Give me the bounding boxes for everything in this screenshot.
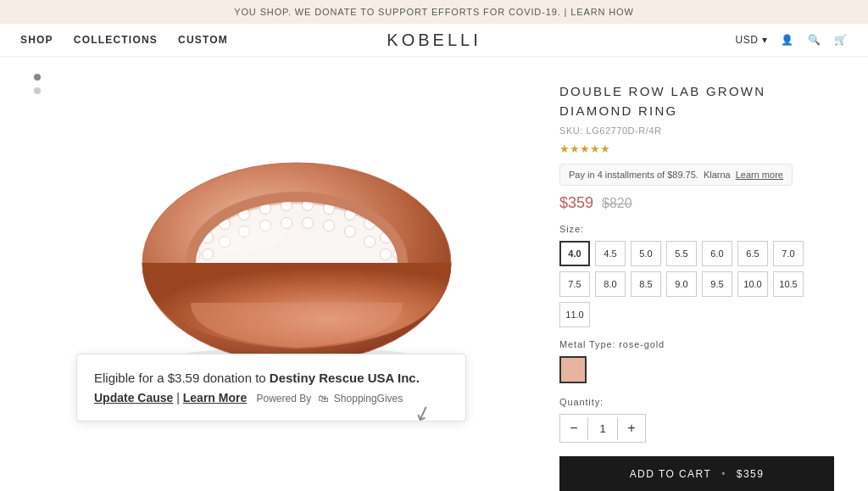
size-button-7-5[interactable]: 7.5 [559, 271, 590, 297]
quantity-increase-button[interactable]: + [618, 415, 645, 442]
price-row: $359 $820 [559, 194, 834, 212]
product-info: DOUBLE ROW LAB GROWN DIAMOND RING SKU: L… [559, 74, 834, 491]
promo-banner: YOU SHOP. WE DONATE TO SUPPORT EFFORTS F… [0, 0, 868, 24]
size-button-9-5[interactable]: 9.5 [702, 271, 732, 297]
price-current: $359 [559, 194, 593, 212]
donation-popup: Eligible for a $3.59 donation to Destiny… [76, 354, 466, 421]
product-sku: SKU: LG62770D-R/4R [559, 126, 834, 136]
learn-more-link[interactable]: Learn More [183, 391, 247, 405]
nav-left: SHOP COLLECTIONS CUSTOM [20, 34, 228, 46]
svg-point-22 [303, 218, 314, 229]
klarna-brand: Klarna [704, 170, 731, 180]
size-button-8-5[interactable]: 8.5 [631, 271, 661, 297]
thumbnail-dot-2[interactable] [34, 87, 41, 94]
account-icon[interactable]: 👤 [781, 34, 794, 46]
size-button-11-0[interactable]: 11.0 [559, 302, 590, 327]
size-grid: 4.04.55.05.56.06.57.07.58.08.59.09.510.0… [559, 241, 834, 327]
size-button-10-0[interactable]: 10.0 [737, 271, 768, 297]
star-rating: ★★★★★ [559, 142, 834, 155]
quantity-value: 1 [587, 417, 618, 440]
donation-prefix: Eligible for a $3.59 donation to [94, 371, 270, 385]
product-title: DOUBLE ROW LAB GROWN DIAMOND RING [559, 82, 834, 120]
quantity-control: − 1 + [559, 414, 646, 443]
svg-point-25 [364, 237, 376, 248]
cart-icon[interactable]: 🛒 [834, 34, 848, 46]
svg-point-26 [381, 249, 392, 260]
size-button-4-0[interactable]: 4.0 [559, 241, 590, 266]
size-button-5-0[interactable]: 5.0 [631, 241, 661, 266]
size-button-5-5[interactable]: 5.5 [666, 241, 697, 266]
add-to-cart-button[interactable]: ADD TO CART • $359 [559, 456, 834, 491]
nav-right: USD ▾ 👤 🔍 🛒 [735, 34, 848, 46]
nav-collections[interactable]: COLLECTIONS [74, 34, 158, 46]
update-cause-link[interactable]: Update Cause [94, 391, 173, 405]
search-icon[interactable]: 🔍 [808, 34, 821, 46]
svg-point-23 [324, 220, 335, 232]
product-gallery: Eligible for a $3.59 donation to Destiny… [34, 74, 526, 491]
metal-swatch-rose-gold[interactable] [559, 356, 587, 383]
thumbnail-column [34, 74, 41, 94]
size-button-4-5[interactable]: 4.5 [595, 241, 626, 266]
nav-custom[interactable]: CUSTOM [178, 34, 228, 46]
currency-selector[interactable]: USD ▾ [735, 34, 767, 46]
quantity-label: Quantity: [559, 397, 834, 407]
nav-shop[interactable]: SHOP [20, 34, 53, 46]
svg-point-24 [345, 226, 356, 237]
size-label: Size: [559, 224, 834, 234]
size-button-6-0[interactable]: 6.0 [702, 241, 732, 266]
navigation: SHOP COLLECTIONS CUSTOM KOBELLI USD ▾ 👤 … [0, 24, 868, 57]
size-button-7-0[interactable]: 7.0 [773, 241, 804, 266]
size-button-8-0[interactable]: 8.0 [595, 271, 626, 297]
size-button-9-0[interactable]: 9.0 [666, 271, 697, 297]
donation-org: Destiny Rescue USA Inc. [270, 371, 420, 385]
klarna-box: Pay in 4 installments of $89.75. Klarna … [559, 164, 793, 186]
product-image-area: Eligible for a $3.59 donation to Destiny… [51, 74, 542, 438]
powered-by-text: Powered By 🛍 ShoppingGives [250, 391, 403, 407]
size-button-6-5[interactable]: 6.5 [737, 241, 768, 266]
price-original: $820 [602, 196, 632, 211]
size-button-10-5[interactable]: 10.5 [773, 271, 804, 297]
main-content: Eligible for a $3.59 donation to Destiny… [0, 57, 868, 491]
thumbnail-dot-1[interactable] [34, 74, 41, 81]
metal-label: Metal Type: rose-gold [559, 339, 834, 349]
add-to-cart-label: ADD TO CART [630, 468, 712, 480]
add-to-cart-price: $359 [737, 468, 764, 480]
quantity-decrease-button[interactable]: − [560, 415, 587, 442]
donation-links: Update Cause | Learn More Powered By 🛍 S… [94, 388, 448, 407]
klarna-learn-more[interactable]: Learn more [736, 170, 783, 180]
brand-logo[interactable]: KOBELLI [387, 31, 481, 50]
banner-text: YOU SHOP. WE DONATE TO SUPPORT EFFORTS F… [234, 7, 634, 17]
donation-title: Eligible for a $3.59 donation to Destiny… [94, 368, 448, 388]
svg-point-17 [203, 249, 214, 260]
metal-options [559, 356, 834, 383]
separator: | [176, 391, 180, 405]
